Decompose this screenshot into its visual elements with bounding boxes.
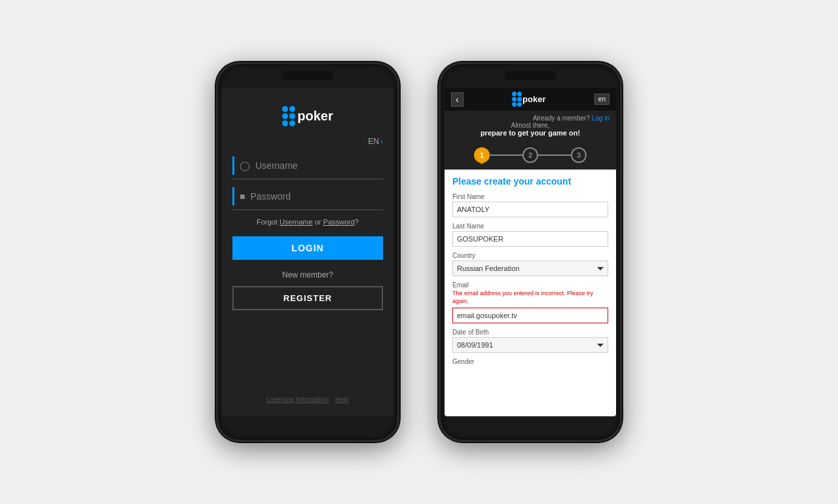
circle-2 xyxy=(289,106,295,112)
form-title: Please create your account xyxy=(452,176,608,187)
phone-register: ‹ xyxy=(439,62,622,442)
new-member-text: New member? xyxy=(282,270,333,279)
username-placeholder[interactable]: Username xyxy=(255,160,298,171)
reg-c6 xyxy=(517,102,522,107)
login-screen: poker EN › ◯ Username ■ Password xyxy=(222,88,393,416)
password-border xyxy=(232,187,234,206)
email-input[interactable] xyxy=(452,308,608,323)
forgot-or: or xyxy=(313,218,323,226)
forgot-question: ? xyxy=(355,218,359,226)
step-line-2 xyxy=(538,154,571,156)
circle-1 xyxy=(282,106,288,112)
reg-logo: poker xyxy=(512,92,545,107)
circles-888 xyxy=(282,106,295,126)
login-button[interactable]: LOGIN xyxy=(232,236,383,260)
circle-3 xyxy=(282,113,288,119)
dob-select[interactable]: 08/09/1991 xyxy=(452,337,608,353)
first-name-input[interactable] xyxy=(452,202,608,217)
gender-label: Gender xyxy=(452,358,608,365)
language-selector[interactable]: EN › xyxy=(232,137,383,146)
forgot-text: Forgot xyxy=(257,218,280,226)
country-select[interactable]: Russian Federation xyxy=(452,261,608,276)
last-name-label: Last Name xyxy=(452,223,608,230)
step-2: 2 xyxy=(522,147,538,163)
username-field-group: ◯ Username xyxy=(232,156,383,179)
step-3: 3 xyxy=(571,147,587,163)
already-member-row: Already a member? Log in xyxy=(451,115,610,122)
reg-c2 xyxy=(517,92,522,96)
username-border xyxy=(232,156,234,175)
logo-container: poker xyxy=(282,106,333,126)
forgot-password-link[interactable]: Password xyxy=(323,218,355,226)
lang-badge[interactable]: en xyxy=(594,94,610,105)
lang-arrow-icon: › xyxy=(380,137,383,146)
reg-c5 xyxy=(512,102,517,107)
logo-888: poker xyxy=(282,106,333,126)
footer-links: Licensing Information Help xyxy=(266,396,349,403)
reg-c3 xyxy=(512,97,517,101)
circle-6 xyxy=(289,120,295,126)
dob-label: Date of Birth xyxy=(452,329,608,336)
already-member-text: Already a member? xyxy=(533,115,590,122)
step-line-1 xyxy=(490,154,522,156)
steps-row: 1 2 3 xyxy=(445,141,616,170)
country-label: Country xyxy=(452,252,608,259)
licensing-link[interactable]: Licensing Information xyxy=(266,396,329,403)
reg-c4 xyxy=(517,97,522,101)
logo-text: poker xyxy=(297,109,333,124)
register-button[interactable]: REGISTER xyxy=(232,286,383,310)
reg-header: Already a member? Log in Almost there, p… xyxy=(445,111,616,141)
circle-4 xyxy=(289,113,295,119)
forgot-username-link[interactable]: Username xyxy=(280,218,313,226)
last-name-input[interactable] xyxy=(452,231,608,247)
user-icon: ◯ xyxy=(240,160,250,171)
back-button[interactable]: ‹ xyxy=(451,92,464,107)
game-on-text: prepare to get your game on! xyxy=(451,129,610,137)
register-screen: ‹ xyxy=(445,88,616,416)
step-1: 1 xyxy=(474,147,490,163)
lock-icon: ■ xyxy=(240,191,245,202)
email-error-message: The email address you entered is incorre… xyxy=(452,290,608,305)
password-field-group: ■ Password xyxy=(232,187,383,210)
reg-topbar: ‹ xyxy=(445,88,616,111)
email-label: Email xyxy=(452,281,608,289)
log-in-link[interactable]: Log in xyxy=(592,115,610,122)
reg-logo-888 xyxy=(512,92,522,107)
phone-login: poker EN › ◯ Username ■ Password xyxy=(216,62,399,442)
reg-logo-text: poker xyxy=(522,94,545,104)
reg-c1 xyxy=(512,92,517,96)
help-link[interactable]: Help xyxy=(335,396,349,403)
first-name-label: First Name xyxy=(452,193,608,200)
lang-label: EN xyxy=(368,137,379,146)
password-placeholder[interactable]: Password xyxy=(250,191,290,202)
circle-5 xyxy=(282,120,288,126)
forgot-row: Forgot Username or Password? xyxy=(232,218,383,226)
almost-there-text: Almost there, xyxy=(451,122,610,129)
registration-form: Please create your account First Name La… xyxy=(445,170,616,416)
